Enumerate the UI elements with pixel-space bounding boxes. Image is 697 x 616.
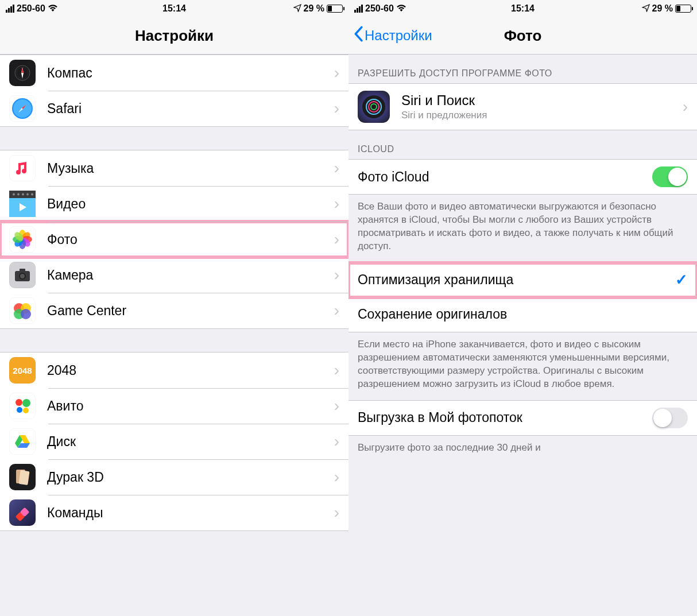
- row-label: Safari: [47, 101, 334, 117]
- photos-icon: [9, 226, 36, 253]
- row-compass[interactable]: Компас ›: [0, 55, 348, 91]
- shortcuts-icon: [9, 499, 36, 526]
- row-photostream[interactable]: Выгрузка в Мой фотопоток: [348, 401, 697, 435]
- location-icon: [642, 4, 650, 14]
- row-photos[interactable]: Фото ›: [0, 222, 348, 257]
- svg-point-28: [22, 399, 30, 407]
- chevron-right-icon: ›: [334, 64, 339, 82]
- siri-icon: [358, 91, 390, 123]
- camera-icon: [9, 262, 36, 288]
- location-icon: [293, 4, 301, 14]
- row-sublabel: Siri и предложения: [401, 110, 683, 121]
- row-durak[interactable]: Дурак 3D ›: [0, 459, 348, 495]
- wifi-icon: [396, 4, 406, 14]
- row-label: Сохранение оригиналов: [358, 307, 688, 322]
- row-label: Дурак 3D: [47, 470, 334, 485]
- row-label: Диск: [47, 434, 334, 450]
- drive-icon: [9, 428, 36, 455]
- svg-point-6: [17, 193, 20, 196]
- row-label: Siri и Поиск: [401, 92, 683, 109]
- chevron-right-icon: ›: [334, 468, 339, 486]
- chevron-right-icon: ›: [334, 99, 339, 118]
- row-label: Музыка: [47, 161, 334, 176]
- access-group: Siri и Поиск Siri и предложения ›: [348, 83, 697, 130]
- carrier-label: 250-60: [17, 3, 45, 14]
- svg-point-22: [20, 274, 25, 278]
- row-label: Видео: [47, 196, 334, 212]
- row-drive[interactable]: Диск ›: [0, 424, 348, 459]
- row-avito[interactable]: Авито ›: [0, 388, 348, 424]
- settings-screen: 250-60 15:14 29 % Настройки Компас ›: [0, 0, 348, 616]
- page-title: Настройки: [135, 27, 214, 45]
- settings-group-media: Музыка › Видео ›: [0, 150, 348, 329]
- status-bar: 250-60 15:14 29 %: [348, 0, 697, 17]
- settings-group-system: Компас › Safari ›: [0, 55, 348, 127]
- row-label: Оптимизация хранилища: [358, 272, 675, 288]
- row-camera[interactable]: Камера ›: [0, 257, 348, 293]
- row-music[interactable]: Музыка ›: [0, 150, 348, 186]
- row-keep-originals[interactable]: Сохранение оригиналов: [348, 297, 697, 332]
- svg-rect-20: [20, 269, 25, 272]
- back-label: Настройки: [365, 28, 432, 44]
- chevron-right-icon: ›: [334, 266, 339, 284]
- row-label: Команды: [47, 505, 334, 521]
- chevron-left-icon: [353, 26, 363, 45]
- safari-icon: [9, 95, 36, 122]
- clock: 15:14: [511, 3, 535, 14]
- battery-icon: [675, 5, 691, 13]
- icloud-photos-toggle[interactable]: [652, 166, 688, 187]
- chevron-right-icon: ›: [334, 159, 339, 177]
- row-label: 2048: [47, 363, 334, 378]
- row-shortcuts[interactable]: Команды ›: [0, 495, 348, 530]
- 2048-icon: 2048: [9, 357, 36, 383]
- svg-point-9: [31, 193, 33, 196]
- compass-icon: [9, 60, 36, 86]
- icloud-photos-group: Фото iCloud: [348, 159, 697, 195]
- avito-icon: [9, 393, 36, 419]
- carrier-label: 250-60: [365, 3, 394, 14]
- chevron-right-icon: ›: [334, 503, 339, 522]
- section-header-access: РАЗРЕШИТЬ ДОСТУП ПРОГРАММЕ ФОТО: [348, 55, 697, 83]
- row-label: Авито: [47, 398, 334, 414]
- photostream-toggle[interactable]: [652, 408, 688, 428]
- row-video[interactable]: Видео ›: [0, 186, 348, 222]
- photostream-footer: Выгрузите фото за последние 30 дней и: [348, 436, 697, 464]
- photos-settings-screen: 250-60 15:14 29 % Настройки Фото РАЗРЕШИ…: [348, 0, 697, 616]
- row-icloud-photos[interactable]: Фото iCloud: [348, 160, 697, 194]
- row-label: Выгрузка в Мой фотопоток: [358, 410, 652, 425]
- svg-point-5: [13, 193, 15, 196]
- row-label: Компас: [47, 65, 334, 81]
- row-gamecenter[interactable]: Game Center ›: [0, 293, 348, 328]
- photostream-group: Выгрузка в Мой фотопоток: [348, 400, 697, 436]
- signal-icon: [354, 5, 363, 13]
- back-button[interactable]: Настройки: [353, 26, 432, 45]
- storage-options-group: Оптимизация хранилища ✓ Сохранение ориги…: [348, 262, 697, 332]
- settings-group-apps: 2048 2048 › Авито › Диск › Дурак 3D ›: [0, 352, 348, 531]
- row-siri-search[interactable]: Siri и Поиск Siri и предложения ›: [348, 84, 697, 130]
- row-label: Game Center: [47, 303, 334, 319]
- chevron-right-icon: ›: [334, 397, 339, 415]
- status-bar: 250-60 15:14 29 %: [0, 0, 348, 17]
- signal-icon: [6, 5, 14, 13]
- row-safari[interactable]: Safari ›: [0, 91, 348, 126]
- svg-point-26: [21, 309, 31, 319]
- chevron-right-icon: ›: [334, 230, 339, 249]
- row-optimize-storage[interactable]: Оптимизация хранилища ✓: [348, 263, 697, 297]
- nav-bar: Настройки Фото: [348, 17, 697, 55]
- chevron-right-icon: ›: [334, 301, 339, 320]
- chevron-right-icon: ›: [334, 432, 339, 451]
- wifi-icon: [48, 4, 58, 14]
- battery-pct: 29 %: [652, 3, 673, 14]
- row-2048[interactable]: 2048 2048 ›: [0, 352, 348, 388]
- chevron-right-icon: ›: [334, 361, 339, 379]
- icloud-footer: Все Ваши фото и видео автоматически выгр…: [348, 195, 697, 262]
- battery-pct: 29 %: [304, 3, 324, 14]
- video-icon: [9, 191, 36, 217]
- svg-point-30: [23, 408, 29, 413]
- svg-point-8: [26, 193, 29, 196]
- page-title: Фото: [504, 27, 542, 45]
- svg-point-27: [16, 399, 22, 406]
- nav-bar: Настройки: [0, 17, 348, 55]
- durak-icon: [9, 464, 36, 490]
- chevron-right-icon: ›: [683, 98, 688, 116]
